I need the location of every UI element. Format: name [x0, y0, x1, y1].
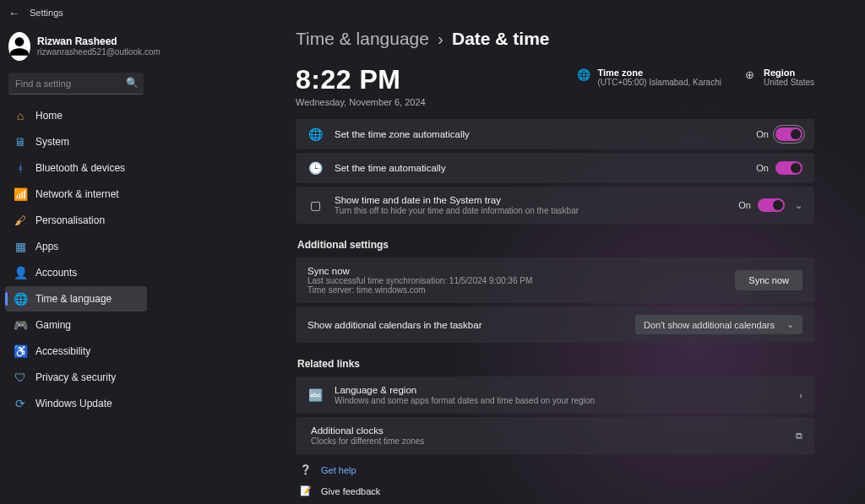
back-icon[interactable]: ←: [8, 7, 19, 19]
row-title: Show time and date in the System tray: [335, 195, 726, 205]
hero-meta: 🌐 Time zone (UTC+05:00) Islamabad, Karac…: [577, 64, 814, 87]
row-sync-now: Sync now Last successful time synchronis…: [296, 257, 814, 303]
meta-region: ⊕ Region United States: [743, 68, 814, 87]
nav-item-network[interactable]: 📶 Network & internet: [5, 182, 147, 207]
give-feedback-link[interactable]: 📝 Give feedback: [299, 485, 814, 496]
row-auto-timezone: 🌐 Set the time zone automatically On: [296, 119, 814, 149]
nav-label: System: [35, 136, 69, 148]
row-auto-time: 🕒 Set the time automatically On: [296, 153, 814, 183]
home-icon: ⌂: [14, 109, 27, 122]
section-additional-settings: Additional settings: [297, 239, 814, 251]
wifi-icon: 📶: [14, 187, 27, 201]
nav-label: Apps: [35, 241, 58, 252]
brush-icon: 🖌: [14, 214, 27, 227]
chevron-right-icon: ›: [438, 29, 443, 49]
compass-icon: ⊕: [743, 68, 757, 81]
nav-label: Accessibility: [35, 345, 90, 357]
nav-item-accessibility[interactable]: ♿ Accessibility: [5, 339, 147, 364]
nav-item-apps[interactable]: ▦ Apps: [5, 234, 147, 259]
tray-icon: ▢: [307, 198, 323, 212]
nav-item-accounts[interactable]: 👤 Accounts: [5, 260, 147, 285]
row-sub: Clocks for different time zones: [311, 436, 784, 446]
row-sub: Windows and some apps format dates and t…: [335, 396, 784, 405]
profile-block[interactable]: Rizwan Rasheed rizwanrasheed521@outlook.…: [5, 29, 147, 69]
row-title: Set the time automatically: [335, 163, 744, 173]
nav-item-bluetooth[interactable]: ᚼ Bluetooth & devices: [5, 155, 147, 181]
row-title: Show additional calendars in the taskbar: [307, 320, 623, 330]
feedback-icon: 📝: [299, 485, 313, 496]
nav-label: Personalisation: [35, 214, 105, 226]
nav-label: Network & internet: [35, 188, 119, 200]
row-additional-clocks[interactable]: Additional clocks Clocks for different t…: [296, 417, 814, 454]
search-input[interactable]: [8, 73, 144, 95]
accessibility-icon: ♿: [14, 344, 27, 358]
link-text: Give feedback: [321, 486, 380, 496]
sync-title: Sync now: [307, 266, 723, 276]
nav-item-personalisation[interactable]: 🖌 Personalisation: [5, 208, 147, 233]
globe-icon: 🌐: [307, 127, 323, 141]
apps-icon: ▦: [14, 240, 27, 253]
row-systray[interactable]: ▢ Show time and date in the System tray …: [296, 187, 814, 224]
system-icon: 🖥: [14, 135, 27, 149]
meta-timezone-value: (UTC+05:00) Islamabad, Karachi: [597, 78, 721, 87]
sync-sub-server: Time server: time.windows.com: [307, 285, 723, 295]
page-title: Date & time: [452, 29, 550, 49]
nav-label: Bluetooth & devices: [35, 162, 125, 174]
nav-item-time-language[interactable]: 🌐 Time & language: [5, 286, 147, 312]
main-content: Time & language › Date & time 8:22 PM We…: [152, 25, 865, 504]
nav-item-gaming[interactable]: 🎮 Gaming: [5, 312, 147, 338]
nav-label: Time & language: [35, 293, 112, 305]
clock-icon: 🕒: [307, 161, 323, 175]
nav-item-home[interactable]: ⌂ Home: [5, 103, 147, 128]
meta-timezone: 🌐 Time zone (UTC+05:00) Islamabad, Karac…: [577, 68, 721, 87]
chevron-down-icon: ⌄: [783, 319, 794, 330]
search-icon: 🔍: [126, 77, 139, 89]
row-title: Language & region: [335, 385, 784, 395]
nav-label: Privacy & security: [35, 371, 116, 383]
globe-icon: 🌐: [577, 68, 590, 81]
sidebar: Rizwan Rasheed rizwanrasheed521@outlook.…: [0, 25, 152, 504]
gaming-icon: 🎮: [14, 318, 27, 332]
chevron-down-icon[interactable]: ⌄: [792, 200, 802, 211]
shield-icon: 🛡: [14, 371, 27, 384]
get-help-link[interactable]: ❔ Get help: [299, 464, 814, 475]
nav-item-privacy[interactable]: 🛡 Privacy & security: [5, 365, 147, 390]
current-time: 8:22 PM: [296, 64, 426, 95]
nav-label: Windows Update: [35, 398, 112, 409]
nav-item-system[interactable]: 🖥 System: [5, 129, 147, 154]
nav-label: Accounts: [35, 267, 77, 279]
nav-item-update[interactable]: ⟳ Windows Update: [5, 391, 147, 416]
user-icon: [8, 35, 30, 57]
link-text: Get help: [321, 465, 356, 475]
breadcrumb-parent[interactable]: Time & language: [296, 29, 429, 49]
open-external-icon: ⧉: [796, 431, 802, 442]
row-language-region[interactable]: 🔤 Language & region Windows and some app…: [296, 377, 814, 414]
avatar: [8, 32, 30, 61]
hero-row: 8:22 PM Wednesday, November 6, 2024 🌐 Ti…: [296, 64, 814, 107]
toggle-state: On: [756, 163, 769, 173]
nav-label: Home: [35, 110, 63, 122]
titlebar-label: Settings: [30, 8, 63, 18]
meta-region-label: Region: [764, 68, 814, 78]
language-icon: 🔤: [307, 388, 323, 402]
globe-clock-icon: 🌐: [14, 292, 27, 306]
search-wrap: 🔍: [8, 73, 144, 95]
toggle-systray[interactable]: [758, 198, 785, 212]
chevron-right-icon: ›: [796, 390, 802, 400]
calendars-select[interactable]: Don't show additional calendars ⌄: [635, 315, 802, 334]
bluetooth-icon: ᚼ: [14, 161, 27, 175]
user-name: Rizwan Rasheed: [37, 36, 160, 47]
toggle-auto-timezone[interactable]: [775, 127, 802, 141]
clock-block: 8:22 PM Wednesday, November 6, 2024: [296, 64, 426, 107]
update-icon: ⟳: [14, 397, 27, 410]
row-sub: Turn this off to hide your time and date…: [335, 206, 726, 215]
meta-region-value: United States: [764, 78, 814, 87]
section-related-links: Related links: [297, 358, 814, 370]
user-email: rizwanrasheed521@outlook.com: [37, 47, 160, 57]
nav-label: Gaming: [35, 319, 71, 331]
sync-now-button[interactable]: Sync now: [735, 270, 802, 290]
breadcrumb: Time & language › Date & time: [296, 29, 814, 49]
toggle-auto-time[interactable]: [775, 161, 802, 175]
current-date: Wednesday, November 6, 2024: [296, 97, 426, 107]
meta-timezone-label: Time zone: [597, 68, 721, 78]
